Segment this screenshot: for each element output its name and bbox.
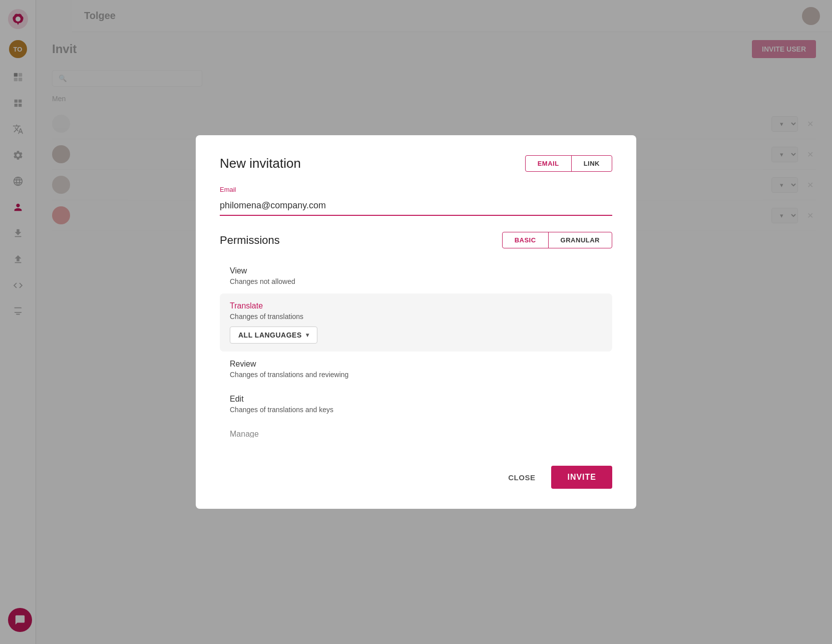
permission-edit-desc: Changes of translations and keys — [230, 406, 602, 414]
permission-translate-desc: Changes of translations — [230, 312, 602, 320]
invite-type-tabs: EMAIL LINK — [525, 155, 612, 172]
permission-view-desc: Changes not allowed — [230, 277, 602, 285]
new-invitation-modal: New invitation EMAIL LINK Email Permissi… — [196, 135, 636, 509]
permission-translate-title: Translate — [230, 301, 602, 310]
lang-select-row: ALL LANGUAGES ▾ — [230, 327, 602, 344]
permissions-header: Permissions BASIC GRANULAR — [220, 232, 612, 248]
permission-view-title: View — [230, 266, 602, 275]
permissions-title: Permissions — [220, 234, 280, 247]
chevron-down-icon: ▾ — [306, 332, 309, 339]
permission-review-title: Review — [230, 360, 602, 369]
permission-list: View Changes not allowed Translate Chang… — [220, 258, 612, 438]
permission-review-desc: Changes of translations and reviewing — [230, 371, 602, 379]
modal-header: New invitation EMAIL LINK — [220, 155, 612, 172]
permission-view[interactable]: View Changes not allowed — [220, 258, 612, 293]
permission-manage[interactable]: Manage — [220, 422, 612, 438]
granular-tab[interactable]: GRANULAR — [548, 232, 612, 248]
permission-review[interactable]: Review Changes of translations and revie… — [220, 352, 612, 387]
email-tab[interactable]: EMAIL — [526, 156, 571, 171]
basic-tab[interactable]: BASIC — [503, 232, 548, 248]
close-button[interactable]: CLOSE — [500, 468, 543, 487]
email-input[interactable] — [220, 196, 612, 216]
permission-translate[interactable]: Translate Changes of translations ALL LA… — [220, 293, 612, 352]
permission-edit[interactable]: Edit Changes of translations and keys — [220, 387, 612, 422]
permission-manage-title: Manage — [230, 430, 602, 438]
email-label: Email — [220, 186, 612, 193]
permission-edit-title: Edit — [230, 395, 602, 404]
modal-title: New invitation — [220, 156, 301, 171]
permissions-type-tabs: BASIC GRANULAR — [502, 232, 612, 248]
lang-select-label: ALL LANGUAGES — [238, 331, 302, 339]
link-tab[interactable]: LINK — [571, 156, 612, 171]
lang-select-dropdown[interactable]: ALL LANGUAGES ▾ — [230, 327, 317, 344]
email-section: Email — [220, 186, 612, 216]
invite-button[interactable]: INVITE — [551, 466, 612, 489]
permissions-section: Permissions BASIC GRANULAR View Changes … — [220, 232, 612, 438]
modal-footer: CLOSE INVITE — [220, 454, 612, 489]
